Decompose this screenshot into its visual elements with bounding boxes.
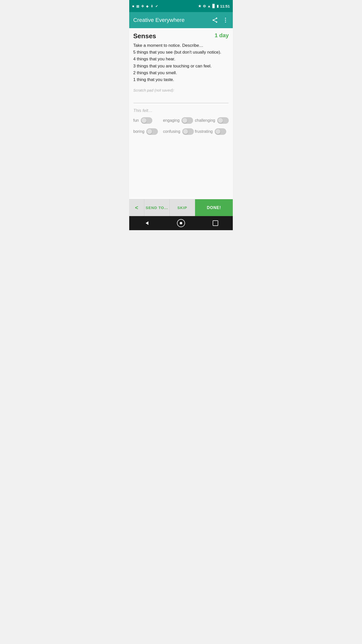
- svg-point-0: [216, 18, 217, 19]
- bottom-bar: < SEND TO... SKIP DONE!: [129, 199, 233, 216]
- svg-point-7: [225, 22, 226, 23]
- fi-icon: ■: [132, 4, 134, 8]
- back-button[interactable]: <: [129, 199, 144, 216]
- nav-square-icon: [213, 220, 218, 226]
- section-title: Senses: [133, 32, 156, 40]
- pinwheel-icon: ✤: [141, 4, 144, 8]
- minus-circle-icon: ⊖: [203, 4, 206, 8]
- nav-back-button[interactable]: [140, 217, 153, 229]
- app-bar: Creative Everywhere: [129, 12, 233, 28]
- svg-point-2: [216, 21, 217, 23]
- toggle-thumb-challenging: [218, 118, 223, 123]
- battery-icon: ▮: [217, 4, 219, 8]
- nav-home-dot: [180, 222, 182, 224]
- scratch-pad-label: Scratch pad (not saved):: [133, 88, 229, 92]
- check-icon: ✔: [155, 4, 158, 8]
- main-content: Senses 1 day Take a moment to notice. De…: [129, 28, 233, 199]
- wifi-icon: ▲: [207, 4, 211, 8]
- toggle-switch-engaging[interactable]: [182, 117, 193, 124]
- section-days: 1 day: [215, 32, 229, 39]
- done-button[interactable]: DONE!: [195, 199, 233, 216]
- status-bar-right-icons: ★ ⊖ ▲ ▊ ▮ 11:51: [198, 4, 230, 8]
- toggle-item-confusing: confusing: [163, 128, 194, 135]
- scratch-pad-input[interactable]: [133, 94, 229, 103]
- svg-point-6: [225, 20, 226, 21]
- toggle-label-confusing: confusing: [163, 129, 180, 134]
- nav-home-icon: [177, 219, 185, 227]
- download-icon: ⬇: [151, 4, 153, 8]
- toggle-item-boring: boring: [133, 128, 162, 135]
- app-title: Creative Everywhere: [133, 17, 185, 23]
- toggle-item-fun: fun: [133, 117, 162, 124]
- toggle-switch-fun[interactable]: [141, 117, 152, 124]
- svg-point-5: [225, 18, 226, 19]
- toggle-switch-frustrating[interactable]: [215, 128, 226, 135]
- send-to-button[interactable]: SEND TO...: [144, 199, 170, 216]
- diamond-icon: ◆: [146, 4, 149, 8]
- svg-line-3: [214, 19, 216, 20]
- app-bar-actions: [212, 17, 229, 23]
- toggles-grid: fun engaging challenging: [133, 117, 229, 135]
- gallery-icon: ▦: [136, 4, 139, 8]
- toggle-item-frustrating: frustrating: [195, 128, 229, 135]
- signal-icon: ▊: [212, 4, 215, 8]
- svg-line-4: [214, 20, 216, 22]
- toggle-label-fun: fun: [133, 118, 139, 123]
- toggle-item-engaging: engaging: [163, 117, 194, 124]
- toggle-label-boring: boring: [133, 129, 144, 134]
- toggle-switch-boring[interactable]: [146, 128, 158, 135]
- toggle-switch-confusing[interactable]: [182, 128, 194, 135]
- time-display: 11:51: [220, 4, 230, 8]
- nav-home-button[interactable]: [175, 217, 187, 229]
- status-bar-left-icons: ■ ▦ ✤ ◆ ⬇ ✔: [132, 4, 158, 8]
- svg-marker-8: [146, 221, 148, 225]
- svg-point-1: [213, 19, 214, 21]
- section-header: Senses 1 day: [133, 32, 229, 40]
- bluetooth-icon: ★: [198, 4, 201, 8]
- share-button[interactable]: [212, 17, 218, 23]
- section-body: Take a moment to notice. Describe… 5 thi…: [133, 42, 229, 83]
- toggle-switch-challenging[interactable]: [217, 117, 229, 124]
- more-vert-button[interactable]: [222, 17, 229, 23]
- more-vert-icon: [222, 17, 229, 23]
- felt-label: This felt…: [133, 108, 229, 113]
- status-bar: ■ ▦ ✤ ◆ ⬇ ✔ ★ ⊖ ▲ ▊ ▮ 11:51: [129, 0, 233, 12]
- share-icon: [212, 17, 218, 23]
- nav-bar: [129, 216, 233, 230]
- nav-recents-button[interactable]: [209, 217, 222, 229]
- toggle-label-frustrating: frustrating: [195, 129, 213, 134]
- toggle-label-challenging: challenging: [195, 118, 215, 123]
- nav-back-icon: [144, 220, 149, 226]
- toggle-item-challenging: challenging: [195, 117, 229, 124]
- toggle-label-engaging: engaging: [163, 118, 180, 123]
- skip-button[interactable]: SKIP: [170, 199, 195, 216]
